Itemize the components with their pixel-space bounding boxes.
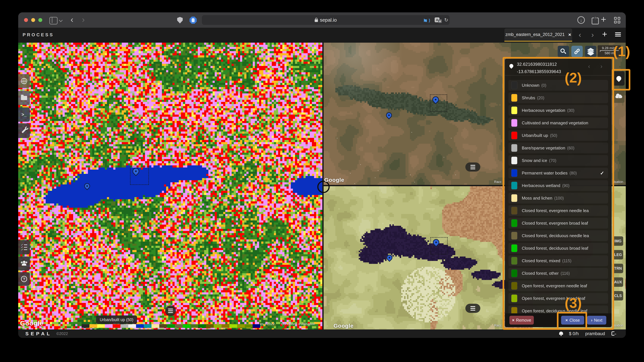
- tag-trn[interactable]: TRN: [613, 264, 623, 273]
- annotation-box-3: [557, 312, 587, 330]
- retrieve-button[interactable]: ↓: [613, 89, 624, 103]
- legend-color-strip: [82, 324, 260, 328]
- strip-swatch: [105, 324, 113, 328]
- folder-icon: [21, 96, 27, 100]
- search-icon: [560, 49, 566, 54]
- tag-img[interactable]: IMG: [613, 236, 623, 246]
- search-button[interactable]: [558, 46, 569, 57]
- brand-copyright: ©2022: [56, 331, 68, 336]
- tab-overview-button[interactable]: [614, 17, 620, 24]
- chevron-down-icon[interactable]: [59, 18, 63, 22]
- strip-swatch: [214, 324, 222, 328]
- strip-swatch: [222, 324, 229, 328]
- strip-swatch: [175, 324, 183, 328]
- sidebar-item-help[interactable]: ?: [18, 272, 30, 286]
- strip-swatch: [152, 324, 159, 328]
- google-logo: Google: [20, 320, 44, 327]
- status-bar: SEPAL ©2022 $ 0/h prambaud →: [18, 329, 626, 338]
- notifications-bell-icon[interactable]: [559, 331, 564, 336]
- globe-icon: [21, 78, 27, 84]
- tag-aux[interactable]: AUX: [613, 277, 623, 287]
- layers-button[interactable]: [585, 46, 596, 57]
- browser-toolbar: ‹ › sepal.io ) A a ↻ ↓ ↑ +: [18, 12, 626, 28]
- shortcuts-fragment: Racc: [494, 180, 502, 184]
- share-button[interactable]: ↑: [592, 18, 599, 25]
- tabs-next-button[interactable]: ›: [591, 30, 594, 39]
- tag-leg[interactable]: LEG: [613, 250, 623, 259]
- link-icon: [572, 46, 582, 57]
- cloud-download-icon: ↓: [615, 94, 622, 98]
- strip-swatch: [190, 324, 198, 328]
- reload-icon[interactable]: ↻: [444, 17, 448, 23]
- strip-swatch: [159, 324, 167, 328]
- tab-close-icon[interactable]: ×: [568, 32, 571, 38]
- terms-fragment: lisation: [613, 324, 623, 327]
- privacy-shield-icon[interactable]: [177, 17, 183, 24]
- strip-swatch: [90, 324, 97, 328]
- selected-marker-box: [430, 237, 448, 254]
- terminal-icon: >_: [22, 112, 27, 117]
- sidebar-item-files[interactable]: [18, 91, 30, 105]
- strip-swatch: [82, 324, 90, 328]
- annotation-box-1: [612, 69, 630, 91]
- minimize-window-button[interactable]: [31, 18, 35, 22]
- strip-swatch: [245, 324, 252, 328]
- usage-cost[interactable]: $ 0/h: [569, 331, 579, 336]
- link-button[interactable]: [571, 46, 583, 57]
- wrench-icon: [22, 128, 26, 133]
- back-button[interactable]: ‹: [70, 15, 73, 24]
- recipe-tab[interactable]: zmb_eastern_esa_2012_2021 ×: [504, 29, 572, 42]
- annotation-label-3: (3): [565, 295, 582, 311]
- map-options-button[interactable]: [465, 304, 480, 313]
- strip-swatch: [237, 324, 245, 328]
- google-logo: Google: [334, 323, 354, 329]
- shortcuts-fragment: Racc: [494, 324, 502, 327]
- tag-cls[interactable]: CLS: [613, 291, 623, 300]
- terms-link[interactable]: Conditions d'utilisation: [281, 322, 315, 326]
- strip-swatch: [183, 324, 190, 328]
- selected-marker-box: [130, 166, 149, 185]
- strip-swatch: [120, 324, 128, 328]
- url-text: sepal.io: [320, 17, 337, 23]
- annotation-label-1: (1): [613, 43, 630, 59]
- audio-icon[interactable]: ): [425, 18, 430, 23]
- tabs-prev-button[interactable]: ‹: [579, 30, 581, 39]
- map-options-button[interactable]: [465, 162, 480, 171]
- sidebar-item-apps[interactable]: [18, 74, 30, 88]
- strip-swatch: [144, 324, 152, 328]
- map-options-button[interactable]: [165, 305, 176, 316]
- brand: SEPAL: [25, 331, 52, 336]
- users-icon: [20, 261, 28, 266]
- strip-swatch: [97, 324, 105, 328]
- new-tab-button[interactable]: +: [601, 14, 606, 25]
- help-icon: ?: [21, 276, 27, 282]
- annotation-label-2: (2): [565, 70, 582, 86]
- class-tooltip: Urban/built up (50): [96, 315, 137, 324]
- strip-swatch: [198, 324, 206, 328]
- recipe-tab-label: zmb_eastern_esa_2012_2021: [505, 32, 565, 37]
- sidebar-item-settings[interactable]: [18, 123, 30, 138]
- sidebar-item-terminal[interactable]: >_: [18, 107, 30, 122]
- strip-swatch: [113, 324, 120, 328]
- forward-button[interactable]: ›: [82, 15, 85, 24]
- strip-swatch: [128, 324, 136, 328]
- strip-swatch: [167, 324, 175, 328]
- sidebar-item-users[interactable]: [18, 257, 30, 271]
- sidebar-item-tasks[interactable]: [18, 240, 30, 254]
- classification-map[interactable]: [18, 43, 322, 330]
- section-title: PROCESS: [22, 32, 54, 38]
- menu-icon[interactable]: [615, 32, 621, 37]
- map-copyright: es ©2022: [260, 322, 275, 326]
- terms-fragment: lisation: [613, 180, 623, 184]
- add-tab-button[interactable]: +: [602, 29, 607, 39]
- close-window-button[interactable]: [24, 18, 28, 22]
- extension-hand-icon[interactable]: [190, 17, 197, 24]
- sidebar-toggle-icon[interactable]: [50, 17, 58, 25]
- username[interactable]: prambaud: [585, 331, 605, 336]
- layers-icon: [587, 48, 594, 55]
- logout-icon[interactable]: →: [612, 331, 617, 336]
- zoom-window-button[interactable]: [38, 18, 42, 22]
- address-bar[interactable]: sepal.io ) A a ↻: [202, 15, 450, 25]
- downloads-button[interactable]: ↓: [577, 16, 585, 24]
- strip-swatch: [136, 324, 144, 328]
